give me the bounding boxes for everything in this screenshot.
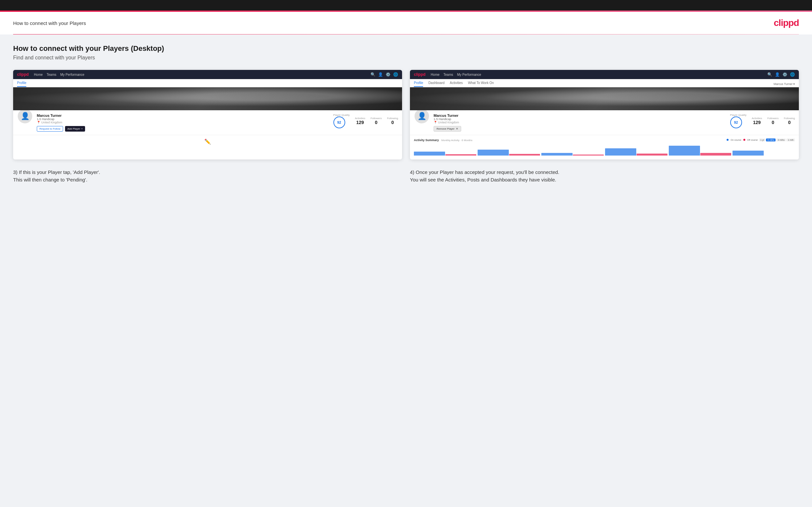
off-course-dot [743,139,745,141]
nav-links-right: Home Teams My Performance [430,73,481,76]
search-icon-right[interactable]: 🔍 [767,72,772,77]
chart-bar [414,152,445,156]
chart-bar [732,151,764,156]
time-6mths[interactable]: 6 mths [766,138,775,142]
chart-group-1 [414,152,476,156]
nav-icons-left: 🔍 👤 ⚙️ 🌐 [370,72,398,77]
player-quality-left: Player Quality 92 [334,114,350,128]
nav-home-left[interactable]: Home [34,73,43,76]
description-left: 3) If this is your Player tap, 'Add Play… [13,169,402,183]
chart-bar-off [573,155,604,156]
following-stat-right: Following 0 [784,117,795,125]
subnav-activities-right[interactable]: Activities [450,81,462,87]
page-footer: Copyright Clippd 2022 [0,502,812,507]
quality-circle-right: 92 [730,116,742,128]
settings-icon-right[interactable]: ⚙️ [782,72,788,77]
subnav-whattoworkon-right[interactable]: What To Work On [468,81,494,87]
time-1yr[interactable]: 1 yr [759,138,766,142]
app-subnav-left: Profile [13,79,402,87]
nav-myperformance-left[interactable]: My Performance [60,73,84,76]
scroll-icon-area-left: ✏️ [13,135,402,148]
user-icon-right[interactable]: 👤 [775,72,780,77]
subnav-profile-left[interactable]: Profile [17,81,26,87]
chart-group-5 [669,146,731,156]
profile-section-right: 👤 Marcus Turner 1-5 Handicap 📍 United Ki… [410,110,799,135]
profile-buttons-left: Request to Follow Add Player + [37,126,329,131]
remove-player-button[interactable]: Remove Player ✕ [434,126,461,131]
on-course-label: On course [730,139,741,141]
close-icon-remove: ✕ [456,127,458,130]
activity-controls: On course Off course 1 yr 6 mths 3 mths … [726,138,795,142]
description-row: 3) If this is your Player tap, 'Add Play… [13,169,799,183]
section-title: How to connect with your Players (Deskto… [13,44,799,53]
time-3mths[interactable]: 3 mths [776,138,786,142]
followers-stat-right: Followers 0 [767,117,778,125]
nav-left-right: clippd Home Teams My Performance [414,72,481,77]
avatar-icon-right: 👤 [417,112,426,120]
description-text-right: 4) Once your Player has accepted your re… [410,169,799,183]
chart-bar-off [509,154,540,156]
subnav-items-right: Profile Dashboard Activities What To Wor… [414,81,494,87]
subnav-profile-right[interactable]: Profile [414,81,423,87]
profile-location-right: 📍 United Kingdom [434,121,726,124]
subnav-dashboard-right[interactable]: Dashboard [428,81,445,87]
scroll-icon-left: ✏️ [204,139,211,145]
add-player-button[interactable]: Add Player + [65,126,85,131]
player-dropdown-right[interactable]: Marcus Turner ▾ [773,81,795,87]
activity-summary: Activity Summary Monthly Activity · 6 Mo… [410,135,799,160]
page-header: How to connect with your Players clippd [0,12,812,34]
request-follow-button[interactable]: Request to Follow [37,126,63,131]
description-text-left: 3) If this is your Player tap, 'Add Play… [13,169,402,183]
activity-subtitle: Monthly Activity · 6 Months [440,139,472,142]
app-logo-right: clippd [414,72,425,77]
hero-overlay-left [13,87,402,110]
description-right: 4) Once your Player has accepted your re… [410,169,799,183]
section-subtitle: Find and connect with your Players [13,55,799,61]
time-1mth[interactable]: 1 mth [786,138,795,142]
off-course-label: Off course [747,139,758,141]
app-navbar-left: clippd Home Teams My Performance 🔍 👤 ⚙️ … [13,70,402,79]
activity-header: Activity Summary Monthly Activity · 6 Mo… [414,138,795,142]
screenshots-row: clippd Home Teams My Performance 🔍 👤 ⚙️ … [13,70,799,160]
activity-legend: On course Off course [726,139,757,141]
nav-myperformance-right[interactable]: My Performance [457,73,481,76]
activities-stat-left: Activities 129 [355,117,365,125]
nav-home-right[interactable]: Home [430,73,440,76]
profile-buttons-right: Remove Player ✕ [434,126,726,131]
nav-left: clippd Home Teams My Performance [17,72,85,77]
chart-bar-off [637,154,668,156]
avatar-icon-left: 👤 [21,112,30,120]
time-buttons: 1 yr 6 mths 3 mths 1 mth [759,138,795,142]
chart-group-4 [605,148,667,156]
activity-title-group: Activity Summary Monthly Activity · 6 Mo… [414,138,472,142]
profile-avatar-right: 👤 [414,108,429,124]
followers-stat-left: Followers 0 [370,117,382,125]
clippd-logo: clippd [774,18,799,28]
chart-bar-off [700,153,731,156]
globe-icon-right[interactable]: 🌐 [790,72,795,77]
profile-handicap-right: 1-5 Handicap [434,117,726,121]
nav-teams-left[interactable]: Teams [47,73,56,76]
globe-icon-left[interactable]: 🌐 [393,72,398,77]
app-mockup-left: clippd Home Teams My Performance 🔍 👤 ⚙️ … [13,70,402,148]
app-logo-left: clippd [17,72,29,77]
search-icon-left[interactable]: 🔍 [370,72,375,77]
chart-group-2 [477,150,540,156]
settings-icon-left[interactable]: ⚙️ [386,72,391,77]
chevron-down-icon-right: ▾ [793,82,795,86]
app-mockup-right: clippd Home Teams My Performance 🔍 👤 ⚙️ … [410,70,799,160]
player-quality-right: Player Quality 92 [730,114,747,128]
profile-name-left: Marcus Turner [37,114,329,117]
chart-bar [669,146,700,156]
app-subnav-right: Profile Dashboard Activities What To Wor… [410,79,799,87]
profile-section-left: 👤 Marcus Turner 1-5 Handicap 📍 United Ki… [13,110,402,135]
nav-icons-right: 🔍 👤 ⚙️ 🌐 [767,72,795,77]
following-stat-left: Following 0 [387,117,398,125]
profile-name-right: Marcus Turner [434,114,726,117]
chart-bar [477,150,509,156]
profile-details-left: Marcus Turner 1-5 Handicap 📍 United King… [37,114,329,131]
quality-circle-left: 92 [334,116,345,128]
nav-teams-right[interactable]: Teams [444,73,453,76]
user-icon-left[interactable]: 👤 [378,72,383,77]
chart-bar [541,153,572,156]
